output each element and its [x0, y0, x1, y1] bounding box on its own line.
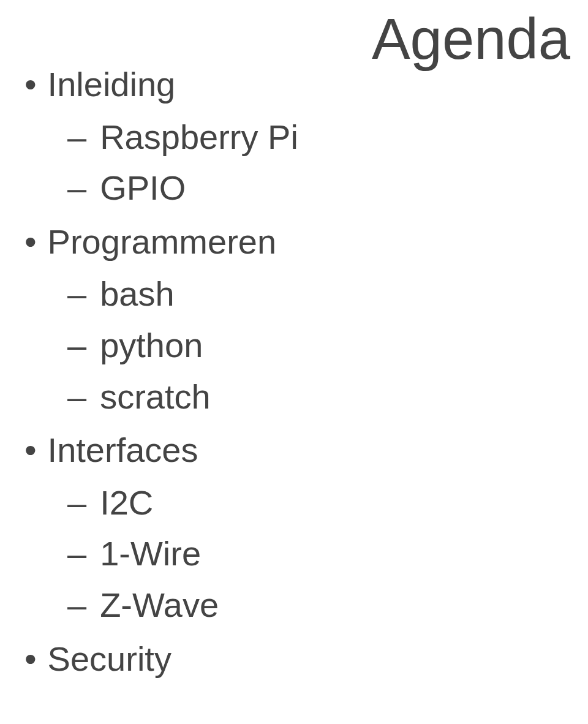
bullet-icon: •	[24, 225, 37, 259]
bullet-item: • Programmeren	[24, 219, 298, 265]
sub-label: scratch	[100, 374, 211, 420]
dash-icon: –	[67, 328, 86, 363]
section-interfaces: • Interfaces – I2C – 1-Wire – Z-Wave	[24, 427, 298, 628]
sub-item: – GPIO	[67, 165, 298, 211]
dash-icon: –	[67, 486, 86, 520]
sub-label: GPIO	[100, 165, 186, 211]
sub-item: – python	[67, 322, 298, 369]
sub-label: bash	[100, 271, 174, 317]
bullet-label: Interfaces	[48, 427, 198, 473]
bullet-icon: •	[24, 433, 37, 467]
sub-item: – 1-Wire	[67, 530, 298, 577]
dash-icon: –	[67, 380, 86, 414]
sub-label: 1-Wire	[100, 530, 201, 577]
section-inleiding: • Inleiding – Raspberry Pi – GPIO	[24, 61, 298, 211]
sub-item: – I2C	[67, 480, 298, 526]
bullet-icon: •	[24, 642, 37, 676]
dash-icon: –	[67, 277, 86, 311]
sub-item: – Z-Wave	[67, 582, 298, 628]
section-programmeren: • Programmeren – bash – python – scratch	[24, 219, 298, 420]
sub-label: python	[100, 322, 203, 369]
slide-title: Agenda	[372, 6, 570, 72]
sub-label: Raspberry Pi	[100, 114, 298, 160]
sub-item: – bash	[67, 271, 298, 317]
sub-item: – Raspberry Pi	[67, 114, 298, 160]
bullet-item: • Security	[24, 636, 298, 682]
section-security: • Security	[24, 636, 298, 682]
bullet-label: Security	[48, 636, 172, 682]
sub-label: Z-Wave	[100, 582, 219, 628]
agenda-content: • Inleiding – Raspberry Pi – GPIO • Prog…	[24, 61, 298, 689]
bullet-label: Inleiding	[48, 61, 176, 108]
sub-label: I2C	[100, 480, 153, 526]
dash-icon: –	[67, 120, 86, 154]
dash-icon: –	[67, 537, 86, 571]
bullet-label: Programmeren	[48, 219, 276, 265]
bullet-icon: •	[24, 67, 37, 102]
bullet-item: • Inleiding	[24, 61, 298, 108]
dash-icon: –	[67, 588, 86, 622]
sub-item: – scratch	[67, 374, 298, 420]
bullet-item: • Interfaces	[24, 427, 298, 473]
dash-icon: –	[67, 171, 86, 205]
